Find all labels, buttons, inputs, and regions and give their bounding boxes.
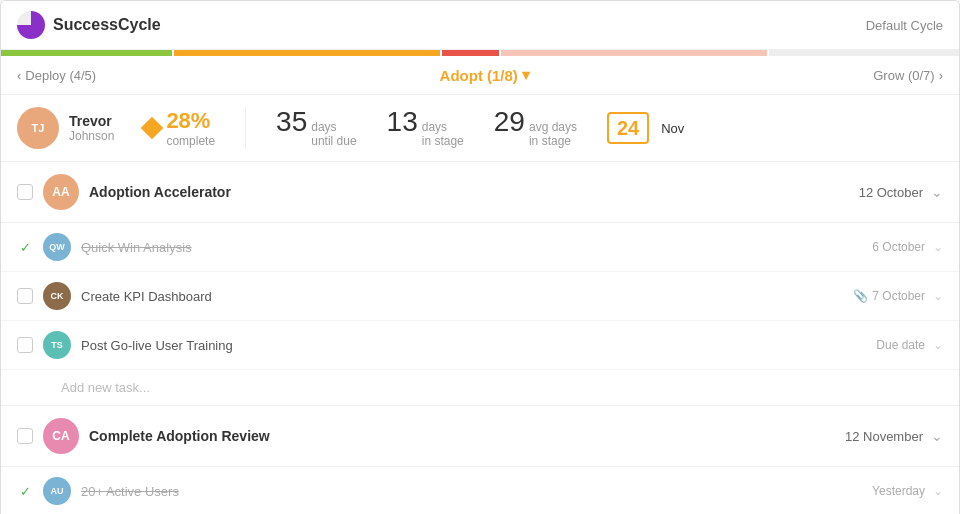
user-sub: Johnson xyxy=(69,129,114,143)
task-row-0-2[interactable]: TS Post Go-live User Training Due date ⌄ xyxy=(1,321,959,370)
playbook-date: 12 November xyxy=(845,429,923,444)
complete-label: complete xyxy=(166,134,215,148)
complete-pct: 28% xyxy=(166,108,210,133)
user-name-block: Trevor Johnson xyxy=(69,113,114,143)
stage-prev[interactable]: ‹ Deploy (4/5) xyxy=(17,68,96,83)
days-in-stage-label-block: days in stage xyxy=(422,120,464,148)
cycle-label: Default Cycle xyxy=(866,18,943,33)
task-expand-icon[interactable]: ⌄ xyxy=(933,240,943,254)
task-name: 20+ Active Users xyxy=(81,484,872,499)
logo-area: SuccessCycle xyxy=(17,11,161,39)
avg-days-label-block: avg days in stage xyxy=(529,120,577,148)
task-checkbox[interactable] xyxy=(17,288,33,304)
date-badge: 24 xyxy=(607,112,649,144)
stats-row: TJ Trevor Johnson 28% complete 35 days u… xyxy=(1,95,959,162)
task-name: Post Go-live User Training xyxy=(81,338,876,353)
diamond-icon xyxy=(141,117,164,140)
days-until-due-number: 35 xyxy=(276,108,307,136)
user-info: TJ Trevor Johnson xyxy=(17,107,114,149)
task-date: Yesterday xyxy=(872,484,925,498)
task-row-0-1[interactable]: CK Create KPI Dashboard 📎 7 October ⌄ xyxy=(1,272,959,321)
add-task-row-0[interactable]: Add new task... xyxy=(1,370,959,406)
task-row-0-0[interactable]: ✓ QW Quick Win Analysis 6 October ⌄ xyxy=(1,223,959,272)
playbook-checkbox[interactable] xyxy=(17,428,33,444)
task-avatar: TS xyxy=(43,331,71,359)
playbook-avatar: AA xyxy=(43,174,79,210)
chevron-left-icon: ‹ xyxy=(17,68,21,83)
chevron-down-icon: ▾ xyxy=(522,66,530,84)
date-badge-month: Nov xyxy=(661,121,684,136)
days-until-due-label: days xyxy=(311,120,356,134)
logo-text: SuccessCycle xyxy=(53,16,161,34)
task-avatar: CK xyxy=(43,282,71,310)
playbook-row-1[interactable]: CA Complete Adoption Review 12 November … xyxy=(1,406,959,467)
progress-segment xyxy=(501,50,767,56)
playbook-row-0[interactable]: AA Adoption Accelerator 12 October ⌄ xyxy=(1,162,959,223)
progress-segment xyxy=(174,50,440,56)
avg-days: 29 avg days in stage xyxy=(494,108,577,148)
avg-days-sub: in stage xyxy=(529,134,577,148)
stage-current[interactable]: Adopt (1/8) ▾ xyxy=(440,66,530,84)
progress-segment xyxy=(1,50,172,56)
expand-icon[interactable]: ⌄ xyxy=(931,428,943,444)
stage-current-sub: (1/8) xyxy=(487,67,518,84)
task-check-area[interactable]: ✓ xyxy=(17,484,33,499)
days-until-due-label-block: days until due xyxy=(311,120,356,148)
playbook-avatar: CA xyxy=(43,418,79,454)
top-header: SuccessCycle Default Cycle xyxy=(1,1,959,50)
playbook-title: Complete Adoption Review xyxy=(89,428,845,444)
date-badge-num: 24 xyxy=(617,118,639,138)
avg-days-number: 29 xyxy=(494,108,525,136)
chevron-right-icon: › xyxy=(939,68,943,83)
days-in-stage-number: 13 xyxy=(387,108,418,136)
days-until-due-sub: until due xyxy=(311,134,356,148)
progress-segment xyxy=(769,50,959,56)
task-check-area[interactable] xyxy=(17,288,33,304)
task-date: 6 October xyxy=(872,240,925,254)
avatar: TJ xyxy=(17,107,59,149)
stage-next-label: Grow (0/7) xyxy=(873,68,934,83)
complete-block: 28% complete xyxy=(166,108,215,148)
user-name: Trevor xyxy=(69,113,114,129)
task-date: Due date xyxy=(876,338,925,352)
divider1 xyxy=(245,108,246,148)
days-in-stage: 13 days in stage xyxy=(387,108,464,148)
stage-current-label: Adopt xyxy=(440,67,483,84)
expand-icon[interactable]: ⌄ xyxy=(931,184,943,200)
task-checkbox[interactable] xyxy=(17,337,33,353)
task-avatar: AU xyxy=(43,477,71,505)
progress-bar xyxy=(1,50,959,56)
main-content: AA Adoption Accelerator 12 October ⌄ ✓ Q… xyxy=(1,162,959,514)
stage-prev-label: Deploy (4/5) xyxy=(25,68,96,83)
task-expand-icon[interactable]: ⌄ xyxy=(933,289,943,303)
progress-segment xyxy=(442,50,499,56)
task-check-area[interactable]: ✓ xyxy=(17,240,33,255)
complete-indicator: 28% complete xyxy=(144,108,215,148)
playbook-date: 12 October xyxy=(859,185,923,200)
checkmark-icon: ✓ xyxy=(20,240,31,255)
days-in-stage-label: days xyxy=(422,120,464,134)
days-in-stage-sub: in stage xyxy=(422,134,464,148)
app-container: SuccessCycle Default Cycle ‹ Deploy (4/5… xyxy=(0,0,960,514)
task-name: Quick Win Analysis xyxy=(81,240,872,255)
task-expand-icon[interactable]: ⌄ xyxy=(933,338,943,352)
playbook-title: Adoption Accelerator xyxy=(89,184,859,200)
task-row-1-0[interactable]: ✓ AU 20+ Active Users Yesterday ⌄ xyxy=(1,467,959,514)
task-avatar: QW xyxy=(43,233,71,261)
task-expand-icon[interactable]: ⌄ xyxy=(933,484,943,498)
attachment-icon: 📎 xyxy=(853,289,868,303)
days-until-due: 35 days until due xyxy=(276,108,357,148)
task-name: Create KPI Dashboard xyxy=(81,289,853,304)
task-date: 7 October xyxy=(872,289,925,303)
task-check-area[interactable] xyxy=(17,337,33,353)
logo-icon xyxy=(17,11,45,39)
date-badge-wrap: 24 Nov xyxy=(607,112,684,144)
stage-next[interactable]: Grow (0/7) › xyxy=(873,68,943,83)
avg-days-label: avg days xyxy=(529,120,577,134)
checkmark-icon: ✓ xyxy=(20,484,31,499)
playbook-checkbox[interactable] xyxy=(17,184,33,200)
stage-nav: ‹ Deploy (4/5) Adopt (1/8) ▾ Grow (0/7) … xyxy=(1,56,959,95)
